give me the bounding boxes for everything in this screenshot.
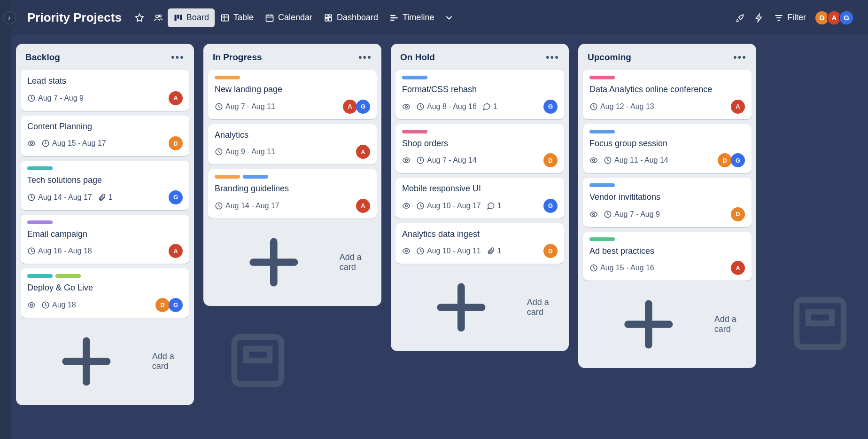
add-card-button[interactable]: Add a card (400, 272, 562, 343)
card-label[interactable] (402, 76, 427, 79)
eye-icon (402, 156, 411, 165)
card-label[interactable] (215, 175, 240, 179)
card[interactable]: Lead statsAug 7 - Aug 9A (21, 70, 189, 111)
card-member-avatar[interactable]: G (543, 100, 558, 114)
view-dashboard-button[interactable]: Dashboard (318, 8, 384, 27)
card[interactable]: Mobile responsive UIAug 10 - Aug 171G (395, 178, 564, 219)
card-label[interactable] (55, 274, 81, 278)
list-title[interactable]: Backlog (25, 52, 60, 63)
card-label[interactable] (27, 274, 53, 278)
watch-indicator (402, 202, 411, 210)
card-member-avatar[interactable]: A (731, 100, 745, 114)
view-board-button[interactable]: Board (168, 8, 215, 27)
card-member-avatar[interactable]: A (731, 261, 745, 275)
card-member-avatar[interactable]: D (718, 153, 732, 167)
card-member-avatar[interactable]: A (169, 244, 183, 258)
timeline-icon (389, 13, 399, 23)
board-title[interactable]: Priority Projects (27, 10, 122, 25)
filter-icon (774, 13, 783, 23)
add-card-button[interactable]: Add a card (588, 289, 750, 360)
view-timeline-button[interactable]: Timeline (384, 8, 440, 27)
card-template-button[interactable] (187, 325, 328, 398)
card-label[interactable] (589, 130, 615, 133)
card-member-avatar[interactable]: D (169, 136, 183, 150)
list-title[interactable]: Upcoming (588, 52, 631, 63)
list-menu-button[interactable]: ••• (171, 51, 185, 63)
view-table-button[interactable]: Table (215, 8, 259, 27)
card-member-avatar[interactable]: A (169, 91, 183, 105)
card-label[interactable] (27, 220, 53, 224)
card-label[interactable] (589, 183, 615, 187)
card-label[interactable] (243, 175, 268, 179)
card-member-avatar[interactable]: A (356, 145, 370, 159)
card-member-avatar[interactable]: G (543, 199, 558, 213)
card-title: Vendor invititations (589, 192, 745, 203)
star-button[interactable] (130, 8, 149, 27)
card[interactable]: Shop ordersAug 7 - Aug 14D (395, 124, 564, 173)
due-date: Aug 7 - Aug 14 (416, 156, 477, 165)
card[interactable]: Deploy & Go LiveAug 18DG (21, 268, 189, 318)
card-member-avatar[interactable]: D (155, 298, 170, 312)
card-member-avatar[interactable]: G (169, 190, 183, 204)
card[interactable]: Ad best practicesAug 15 - Aug 16A (583, 232, 752, 281)
card-member-avatar[interactable]: D (543, 153, 558, 167)
card-title: Analytics data ingest (402, 229, 558, 240)
more-views-button[interactable] (440, 8, 458, 27)
expand-sidebar-button[interactable]: › (3, 11, 16, 24)
card[interactable]: Tech solutions pageAug 14 - Aug 171G (21, 161, 189, 210)
card-labels (589, 76, 745, 79)
card[interactable]: Analytics data ingestAug 10 - Aug 111D (395, 223, 564, 264)
list-menu-button[interactable]: ••• (358, 51, 372, 63)
clock-icon (27, 94, 36, 102)
card-member-avatar[interactable]: G (731, 153, 745, 167)
due-date: Aug 10 - Aug 17 (416, 202, 481, 210)
card-label[interactable] (27, 166, 53, 170)
list: On Hold ••• Format/CSS rehashAug 8 - Aug… (391, 44, 569, 351)
card-title: Format/CSS rehash (402, 84, 558, 95)
header-member-avatar[interactable]: G (839, 10, 854, 25)
card-label[interactable] (402, 130, 427, 133)
powerups-button[interactable] (731, 8, 750, 27)
card[interactable]: Vendor invititationsAug 7 - Aug 9D (583, 178, 752, 227)
due-date: Aug 14 - Aug 17 (27, 193, 92, 202)
card-member-avatar[interactable]: D (543, 244, 558, 258)
card[interactable]: New landing pageAug 7 - Aug 11AG (208, 70, 377, 119)
card-labels (589, 183, 745, 187)
list-menu-button[interactable]: ••• (546, 51, 559, 63)
list-title[interactable]: On Hold (400, 52, 435, 63)
list-menu-button[interactable]: ••• (733, 51, 747, 63)
card-label[interactable] (589, 237, 615, 241)
card[interactable]: Format/CSS rehashAug 8 - Aug 161G (395, 70, 564, 119)
card-template-button[interactable] (750, 288, 868, 361)
eye-icon (589, 156, 598, 165)
card[interactable]: Email campaignAug 16 - Aug 18A (21, 215, 189, 264)
card[interactable]: Content PlanningAug 15 - Aug 17D (21, 116, 189, 157)
card-title: Deploy & Go Live (27, 282, 183, 293)
add-card-button[interactable]: Add a card (213, 227, 375, 298)
add-card-button[interactable]: Add a card (25, 326, 187, 397)
card-member-avatar[interactable]: A (343, 100, 357, 114)
filter-button[interactable]: Filter (768, 8, 812, 27)
card-member-avatar[interactable]: D (731, 207, 745, 221)
card[interactable]: Branding guidelinesAug 14 - Aug 17A (208, 169, 377, 219)
people-icon (154, 13, 163, 23)
watch-indicator (402, 156, 411, 165)
card[interactable]: Data Analytics online conferenceAug 12 -… (583, 70, 752, 119)
card-member-avatar[interactable]: G (356, 100, 370, 114)
automation-button[interactable] (750, 8, 768, 27)
card-label[interactable] (589, 76, 615, 79)
card[interactable]: Focus group sessionAug 11 - Aug 14DG (583, 124, 752, 173)
eye-icon (402, 202, 411, 210)
view-calendar-button[interactable]: Calendar (259, 8, 318, 27)
card-member-avatar[interactable]: G (169, 298, 183, 312)
card-title: Ad best practices (589, 246, 745, 257)
board-canvas: Backlog ••• Lead statsAug 7 - Aug 9ACont… (11, 35, 868, 414)
eye-icon (402, 247, 411, 255)
card[interactable]: AnalyticsAug 9 - Aug 11A (208, 124, 377, 165)
members-visibility-button[interactable] (149, 8, 168, 27)
card-label[interactable] (215, 76, 240, 79)
card-member-avatar[interactable]: A (356, 199, 370, 213)
due-date: Aug 11 - Aug 14 (604, 156, 668, 165)
list-title[interactable]: In Progress (213, 52, 262, 63)
watch-indicator (402, 102, 411, 111)
